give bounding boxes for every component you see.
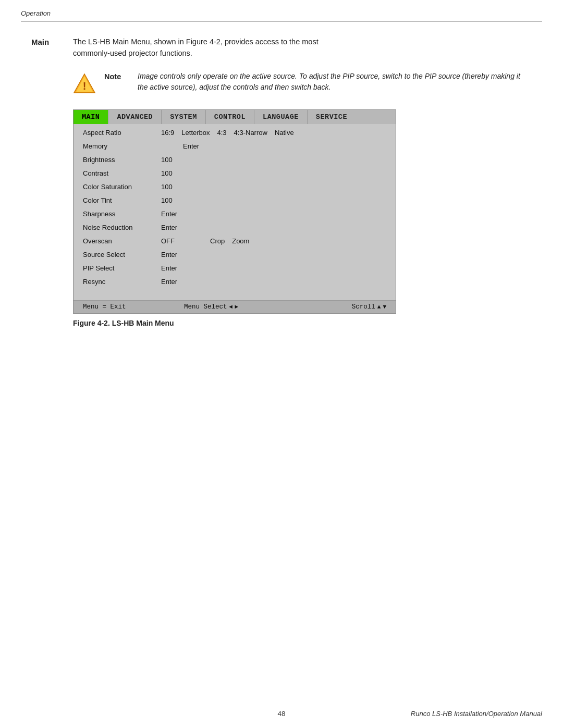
header-divider	[21, 21, 542, 22]
val-overscan-off: OFF	[161, 237, 203, 245]
row-label-sharpness: Sharpness	[83, 210, 161, 218]
menu-tabs-row: MAIN ADVANCED SYSTEM CONTROL LANGUAGE SE…	[74, 110, 396, 124]
main-label: Main	[31, 36, 73, 46]
warning-icon: !	[73, 72, 96, 95]
val-overscan-zoom: Zoom	[232, 237, 249, 245]
val-noise-val: Enter	[161, 224, 177, 231]
row-label-pip-select: PIP Select	[83, 264, 161, 272]
brand-label: Runco LS-HB Installation/Operation Manua…	[411, 710, 542, 718]
row-label-contrast: Contrast	[83, 169, 161, 177]
main-description: The LS-HB Main Menu, shown in Figure 4-2…	[73, 36, 532, 59]
val-16-9: 16:9	[161, 129, 174, 137]
footer-scroll-label: Scroll	[352, 303, 375, 311]
row-label-overscan: Overscan	[83, 237, 161, 245]
val-color-tint-val: 100	[161, 196, 173, 204]
val-overscan-crop: Crop	[210, 237, 225, 245]
val-letterbox: Letterbox	[181, 129, 210, 137]
row-label-source-select: Source Select	[83, 251, 161, 258]
figure-caption: Figure 4-2. LS-HB Main Menu	[73, 319, 532, 327]
val-pip-val: Enter	[161, 264, 177, 272]
table-row: Memory Enter	[74, 140, 396, 153]
val-color-sat-val: 100	[161, 183, 173, 191]
table-row: Brightness 100	[74, 153, 396, 167]
up-arrow-icon: ▲	[377, 304, 381, 310]
menu-footer: Menu = Exit Menu Select ◄ ► Scroll ▲ ▼	[74, 300, 396, 313]
content-area: Main The LS-HB Main Menu, shown in Figur…	[0, 36, 563, 327]
val-contrast-val: 100	[161, 169, 173, 177]
val-4-3: 4:3	[217, 129, 227, 137]
footer-exit-label: Menu = Exit	[83, 303, 184, 311]
note-text: Image controls only operate on the activ…	[138, 71, 532, 93]
table-row: Color Saturation 100	[74, 180, 396, 194]
row-values-aspect-ratio: 16:9 Letterbox 4:3 4:3-Narrow Native	[161, 129, 386, 137]
row-values-resync: Enter	[161, 278, 386, 286]
main-desc-line2: commonly-used projector functions.	[73, 49, 192, 57]
row-label-noise-reduction: Noise Reduction	[83, 224, 161, 231]
val-brightness-val: 100	[161, 156, 173, 164]
note-box: ! Note Image controls only operate on th…	[73, 71, 532, 95]
page-number: 48	[277, 710, 285, 718]
table-row: Color Tint 100	[74, 194, 396, 207]
note-label: Note	[104, 71, 129, 81]
row-label-color-saturation: Color Saturation	[83, 183, 161, 191]
val-sharpness-val: Enter	[161, 210, 177, 218]
table-row: Overscan OFF Crop Zoom	[74, 235, 396, 248]
table-row: Resync Enter	[74, 275, 396, 289]
footer-select-area: Menu Select ◄ ►	[184, 303, 285, 311]
row-values-noise-reduction: Enter	[161, 224, 386, 231]
row-label-memory: Memory	[83, 142, 161, 150]
tab-advanced[interactable]: ADVANCED	[108, 110, 162, 124]
left-arrow-icon: ◄	[229, 304, 233, 310]
row-label-aspect-ratio: Aspect Ratio	[83, 129, 161, 137]
section-label: Operation	[21, 9, 51, 17]
row-values-contrast: 100	[161, 169, 386, 177]
row-values-memory: Enter	[161, 142, 386, 150]
row-values-color-tint: 100	[161, 196, 386, 204]
menu-body: Aspect Ratio 16:9 Letterbox 4:3 4:3-Narr…	[74, 124, 396, 300]
main-section-row: Main The LS-HB Main Menu, shown in Figur…	[31, 36, 532, 59]
tab-service[interactable]: SERVICE	[308, 110, 356, 124]
table-row: Aspect Ratio 16:9 Letterbox 4:3 4:3-Narr…	[74, 126, 396, 140]
tab-main[interactable]: MAIN	[74, 110, 108, 124]
table-row: Contrast 100	[74, 167, 396, 180]
menu-spacer	[74, 289, 396, 298]
main-desc-line1: The LS-HB Main Menu, shown in Figure 4-2…	[73, 38, 319, 46]
table-row: PIP Select Enter	[74, 262, 396, 275]
section-header: Operation	[0, 0, 563, 21]
row-values-brightness: 100	[161, 156, 386, 164]
tab-language[interactable]: LANGUAGE	[254, 110, 308, 124]
footer-select-label: Menu Select	[184, 303, 227, 311]
table-row: Sharpness Enter	[74, 207, 396, 221]
tab-control[interactable]: CONTROL	[206, 110, 254, 124]
table-row: Source Select Enter	[74, 248, 396, 262]
footer-scroll-area: Scroll ▲ ▼	[285, 303, 386, 311]
row-values-source-select: Enter	[161, 251, 386, 258]
val-4-3-narrow: 4:3-Narrow	[234, 129, 267, 137]
svg-text:!: !	[83, 80, 87, 92]
row-values-sharpness: Enter	[161, 210, 386, 218]
val-source-val: Enter	[161, 251, 177, 258]
menu-screenshot: MAIN ADVANCED SYSTEM CONTROL LANGUAGE SE…	[73, 109, 396, 314]
right-arrow-icon: ►	[235, 304, 238, 310]
row-values-color-saturation: 100	[161, 183, 386, 191]
tab-system[interactable]: SYSTEM	[162, 110, 206, 124]
val-memory-enter: Enter	[183, 142, 199, 150]
row-values-pip-select: Enter	[161, 264, 386, 272]
down-arrow-icon: ▼	[383, 304, 386, 310]
row-label-color-tint: Color Tint	[83, 196, 161, 204]
row-label-brightness: Brightness	[83, 156, 161, 164]
table-row: Noise Reduction Enter	[74, 221, 396, 235]
val-resync-val: Enter	[161, 278, 177, 286]
row-values-overscan: OFF Crop Zoom	[161, 237, 386, 245]
row-label-resync: Resync	[83, 278, 161, 286]
val-native: Native	[275, 129, 294, 137]
